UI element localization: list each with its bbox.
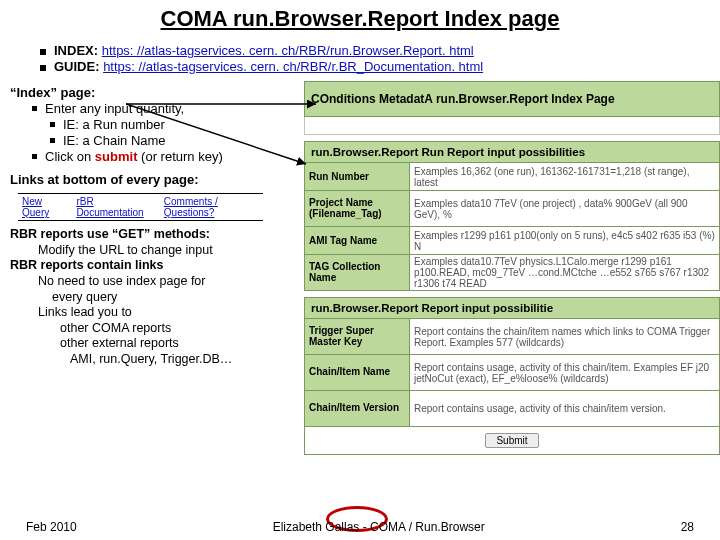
footer: Feb 2010 Elizabeth Gallas - COMA / Run.B… <box>0 520 720 534</box>
links-bar: New Query rBR Documentation Comments / Q… <box>18 193 263 221</box>
footer-page-number: 28 <box>681 520 694 534</box>
bullet-icon <box>50 122 55 127</box>
slide-title: COMA run.Browser.Report Index page <box>0 0 720 40</box>
ie-chain-text: IE: a Chain Name <box>63 133 166 148</box>
row-smk: Trigger Super Master Key Report contains… <box>304 319 720 355</box>
notes-block: RBR reports use “GET” methods: Modify th… <box>10 227 294 368</box>
row-ami-tag: AMI Tag Name Examples r1299 p161 p100(on… <box>304 227 720 255</box>
label-chain-name: Chain/Item Name <box>305 355 410 390</box>
rbrlinks-l7: AMI, run.Query, Trigger.DB… <box>10 352 294 368</box>
rbrlinks-h: RBR reports contain links <box>10 258 294 274</box>
index-label: INDEX: <box>54 43 102 58</box>
enter-row: Enter any input quantity, <box>10 101 294 116</box>
label-run-number: Run Number <box>305 163 410 190</box>
ie-run-text: IE: a Run number <box>63 117 165 132</box>
val-ami-tag[interactable]: Examples r1299 p161 p100(only on 5 runs)… <box>410 227 719 254</box>
rbrget-l2: Modify the URL to change input <box>10 243 294 259</box>
enter-text: Enter any input quantity, <box>45 101 184 116</box>
click-suffix: (or return key) <box>137 149 222 164</box>
index-link[interactable]: https: //atlas-tagservices. cern. ch/RBR… <box>102 43 474 58</box>
row-tag-collection: TAG Collection Name Examples data10.7TeV… <box>304 255 720 291</box>
panel-title: COnditions MetadatA run.Browser.Report I… <box>304 81 720 117</box>
rbrlinks-l2: No need to use index page for <box>10 274 294 290</box>
slide-root: COMA run.Browser.Report Index page INDEX… <box>0 0 720 540</box>
chain-report-header: run.Browser.Report Report input possibil… <box>304 297 720 319</box>
bullet-icon <box>32 106 37 111</box>
val-project-name[interactable]: Examples data10 7TeV (one project) , dat… <box>410 191 719 226</box>
val-chain-version[interactable]: Report contains usage, activity of this … <box>410 391 719 426</box>
click-row: Click on submit (or return key) <box>10 149 294 164</box>
url-block: INDEX: https: //atlas-tagservices. cern.… <box>0 40 720 81</box>
label-ami-tag: AMI Tag Name <box>305 227 410 254</box>
footer-author: Elizabeth Gallas - COMA / Run.Browser <box>273 520 485 534</box>
run-report-header: run.Browser.Report Run Report input poss… <box>304 141 720 163</box>
row-project-name: Project Name (Filename_Tag) Examples dat… <box>304 191 720 227</box>
bullet-icon <box>32 154 37 159</box>
ie-chain-row: IE: a Chain Name <box>10 133 294 148</box>
val-smk[interactable]: Report contains the chain/item names whi… <box>410 319 719 354</box>
panel-sub-blank <box>304 117 720 135</box>
links-doc[interactable]: rBR Documentation <box>76 196 153 218</box>
bullet-icon <box>40 49 46 55</box>
click-prefix: Click on <box>45 149 95 164</box>
links-comments[interactable]: Comments / Questions? <box>164 196 259 218</box>
rbrlinks-l6: other external reports <box>10 336 294 352</box>
rbrget-h: RBR reports use “GET” methods: <box>10 227 294 243</box>
submit-button[interactable]: Submit <box>485 433 538 448</box>
label-tag-collection: TAG Collection Name <box>305 255 410 290</box>
guide-row: GUIDE: https: //atlas-tagservices. cern.… <box>40 59 690 74</box>
submit-wrap: Submit <box>304 427 720 455</box>
submit-word: submit <box>95 149 138 164</box>
right-column: COnditions MetadatA run.Browser.Report I… <box>300 81 720 455</box>
rbrlinks-l3: every query <box>10 290 294 306</box>
rbrlinks-l5: other COMA reports <box>10 321 294 337</box>
guide-link[interactable]: https: //atlas-tagservices. cern. ch/RBR… <box>103 59 483 74</box>
label-smk: Trigger Super Master Key <box>305 319 410 354</box>
rbrlinks-l4: Links lead you to <box>10 305 294 321</box>
bullet-icon <box>40 65 46 71</box>
index-row: INDEX: https: //atlas-tagservices. cern.… <box>40 43 690 58</box>
bullet-icon <box>50 138 55 143</box>
row-run-number: Run Number Examples 16,362 (one run), 16… <box>304 163 720 191</box>
ie-run-row: IE: a Run number <box>10 117 294 132</box>
row-chain-version: Chain/Item Version Report contains usage… <box>304 391 720 427</box>
val-chain-name[interactable]: Report contains usage, act​ivity of this… <box>410 355 719 390</box>
left-column: “Index” page: Enter any input quantity, … <box>0 81 300 455</box>
val-run-number[interactable]: Examples 16,362 (one run), 161362-161731… <box>410 163 719 190</box>
index-heading: “Index” page: <box>10 85 294 100</box>
label-project-name: Project Name (Filename_Tag) <box>305 191 410 226</box>
links-heading: Links at bottom of every page: <box>10 172 294 187</box>
links-new-query[interactable]: New Query <box>22 196 66 218</box>
row-chain-name: Chain/Item Name Report contains usage, a… <box>304 355 720 391</box>
label-chain-version: Chain/Item Version <box>305 391 410 426</box>
footer-date: Feb 2010 <box>26 520 77 534</box>
val-tag-collection[interactable]: Examples data10.7TeV physics.L1Calo.merg… <box>410 255 719 290</box>
guide-label: GUIDE: <box>54 59 103 74</box>
